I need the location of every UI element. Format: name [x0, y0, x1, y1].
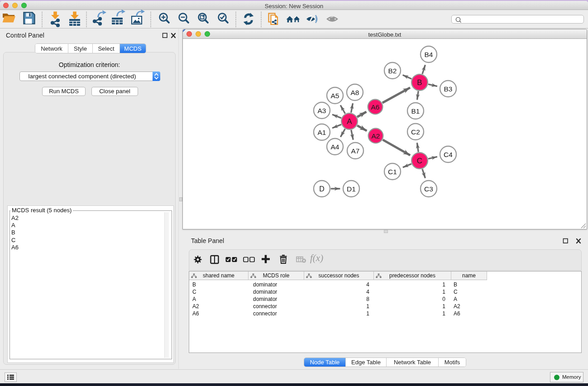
svg-text:C3: C3 — [424, 185, 433, 193]
svg-text:A7: A7 — [351, 147, 360, 155]
svg-text:B2: B2 — [388, 67, 397, 75]
svg-text:D: D — [319, 185, 325, 193]
svg-text:A3: A3 — [318, 107, 326, 114]
svg-text:A2: A2 — [372, 132, 380, 140]
svg-text:B3: B3 — [444, 85, 453, 93]
svg-text:A5: A5 — [331, 92, 339, 100]
svg-text:A: A — [347, 117, 352, 126]
svg-text:A6: A6 — [371, 103, 380, 111]
svg-text:A1: A1 — [318, 129, 326, 136]
svg-text:C2: C2 — [411, 128, 420, 136]
svg-text:C: C — [417, 157, 422, 165]
svg-text:A8: A8 — [351, 89, 359, 96]
svg-text:C1: C1 — [388, 168, 397, 176]
svg-text:B: B — [417, 78, 422, 87]
svg-text:D1: D1 — [347, 185, 356, 193]
svg-text:B4: B4 — [425, 51, 433, 58]
svg-text:B1: B1 — [411, 107, 420, 115]
svg-text:A4: A4 — [331, 143, 339, 151]
svg-text:C4: C4 — [444, 151, 453, 158]
